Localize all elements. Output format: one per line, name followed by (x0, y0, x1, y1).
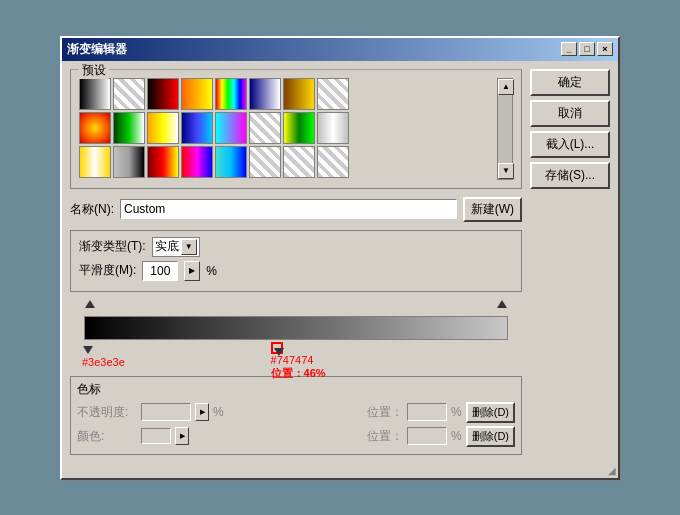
color-hex-left: #3e3e3e (82, 356, 125, 368)
swatch-16[interactable] (317, 112, 349, 144)
swatch-2[interactable] (113, 78, 145, 110)
close-button[interactable]: × (597, 42, 613, 56)
name-label: 名称(N): (70, 201, 114, 218)
color-stop-row: 颜色: ▶ 位置： % 删除(D) (77, 426, 515, 447)
opacity-spinner[interactable]: ▶ (195, 403, 209, 421)
gradient-editor-window: 渐变编辑器 _ □ × 预设 (60, 36, 620, 480)
opacity-pos-unit: % (451, 405, 462, 419)
color-stop-mid[interactable] (271, 342, 283, 354)
minimize-button[interactable]: _ (561, 42, 577, 56)
opacity-stop-left[interactable] (84, 300, 96, 312)
swatch-11[interactable] (147, 112, 179, 144)
gradient-editor: #3e3e3e #747474 位置：46% (70, 300, 522, 372)
color-label: 颜色: (77, 428, 137, 445)
swatch-20[interactable] (181, 146, 213, 178)
title-bar: 渐变编辑器 _ □ × (62, 38, 618, 61)
swatch-row-1 (79, 78, 495, 110)
opacity-delete-button[interactable]: 删除(D) (466, 402, 515, 423)
swatch-row-2 (79, 112, 495, 144)
swatch-19[interactable] (147, 146, 179, 178)
swatch-row-3 (79, 146, 495, 178)
swatch-14[interactable] (249, 112, 281, 144)
maximize-button[interactable]: □ (579, 42, 595, 56)
swatch-9[interactable] (79, 112, 111, 144)
color-swatch[interactable] (141, 428, 171, 444)
color-stop-mid-group: #747474 位置：46% (271, 342, 326, 381)
swatch-1[interactable] (79, 78, 111, 110)
swatch-13[interactable] (215, 112, 247, 144)
main-content: 预设 (62, 61, 618, 463)
color-pos-input[interactable] (407, 427, 447, 445)
color-stop-left[interactable] (82, 342, 94, 354)
smoothness-spinner[interactable]: ▶ (184, 261, 200, 281)
swatch-7[interactable] (283, 78, 315, 110)
smoothness-row: 平滑度(M): ▶ % (79, 261, 513, 281)
swatch-21[interactable] (215, 146, 247, 178)
opacity-stop-row: 不透明度: ▶ % 位置： % 删除(D) (77, 402, 515, 423)
gradient-bar-wrapper: #3e3e3e #747474 位置：46% (84, 300, 508, 372)
presets-swatches (79, 78, 495, 180)
swatch-24[interactable] (317, 146, 349, 178)
opacity-label: 不透明度: (77, 404, 137, 421)
swatch-22[interactable] (249, 146, 281, 178)
save-button[interactable]: 存储(S)... (530, 162, 610, 189)
opacity-unit: % (213, 405, 224, 419)
swatch-17[interactable] (79, 146, 111, 178)
color-pos-label: 位置： (367, 428, 403, 445)
gradient-type-label: 渐变类型(T): (79, 238, 146, 255)
presets-grid: ▲ ▼ (79, 78, 513, 180)
swatch-12[interactable] (181, 112, 213, 144)
left-panel: 预设 (70, 69, 522, 455)
swatch-18[interactable] (113, 146, 145, 178)
presets-label: 预设 (79, 62, 109, 79)
title-bar-buttons: _ □ × (561, 42, 613, 56)
new-button[interactable]: 新建(W) (463, 197, 522, 222)
color-stop-section-title: 色标 (77, 381, 515, 398)
gradient-type-row: 渐变类型(T): 实底 ▼ (79, 237, 513, 257)
color-stop-section: 色标 不透明度: ▶ % 位置： % 删除(D) 颜色: (70, 376, 522, 455)
gradient-type-arrow[interactable]: ▼ (181, 239, 197, 255)
swatch-8[interactable] (317, 78, 349, 110)
smoothness-label: 平滑度(M): (79, 262, 136, 279)
swatch-4[interactable] (181, 78, 213, 110)
swatch-23[interactable] (283, 146, 315, 178)
opacity-pos-group: 位置： % 删除(D) (367, 402, 515, 423)
opacity-input[interactable] (141, 403, 191, 421)
color-stops-row: #3e3e3e #747474 位置：46% (84, 342, 508, 372)
color-delete-button[interactable]: 删除(D) (466, 426, 515, 447)
smoothness-input[interactable] (142, 261, 178, 281)
presets-scrollbar[interactable]: ▲ ▼ (497, 78, 513, 180)
opacity-stop-right[interactable] (496, 300, 508, 312)
gradient-type-dropdown[interactable]: 实底 ▼ (152, 237, 200, 257)
swatch-6[interactable] (249, 78, 281, 110)
gradient-options: 渐变类型(T): 实底 ▼ 平滑度(M): ▶ % (70, 230, 522, 292)
swatch-15[interactable] (283, 112, 315, 144)
swatch-10[interactable] (113, 112, 145, 144)
color-pos-group: 位置： % 删除(D) (367, 426, 515, 447)
load-button[interactable]: 截入(L)... (530, 131, 610, 158)
presets-group: 预设 (70, 69, 522, 189)
opacity-stops-row (84, 300, 508, 314)
scroll-track[interactable] (498, 95, 512, 163)
position-label: 位置：46% (271, 366, 326, 381)
name-input[interactable] (120, 199, 457, 219)
swatch-3[interactable] (147, 78, 179, 110)
ok-button[interactable]: 确定 (530, 69, 610, 96)
opacity-pos-input[interactable] (407, 403, 447, 421)
resize-corner[interactable]: ◢ (62, 463, 618, 478)
gradient-type-value: 实底 (155, 238, 179, 255)
smoothness-unit: % (206, 264, 217, 278)
swatch-5[interactable] (215, 78, 247, 110)
right-panel: 确定 取消 截入(L)... 存储(S)... (530, 69, 610, 455)
gradient-bar[interactable] (84, 316, 508, 340)
color-spinner[interactable]: ▶ (175, 427, 189, 445)
scroll-down-button[interactable]: ▼ (498, 163, 514, 179)
color-pos-unit: % (451, 429, 462, 443)
window-title: 渐变编辑器 (67, 41, 127, 58)
opacity-pos-label: 位置： (367, 404, 403, 421)
cancel-button[interactable]: 取消 (530, 100, 610, 127)
name-row: 名称(N): 新建(W) (70, 197, 522, 222)
color-stop-left-group: #3e3e3e (82, 342, 125, 368)
scroll-up-button[interactable]: ▲ (498, 79, 514, 95)
